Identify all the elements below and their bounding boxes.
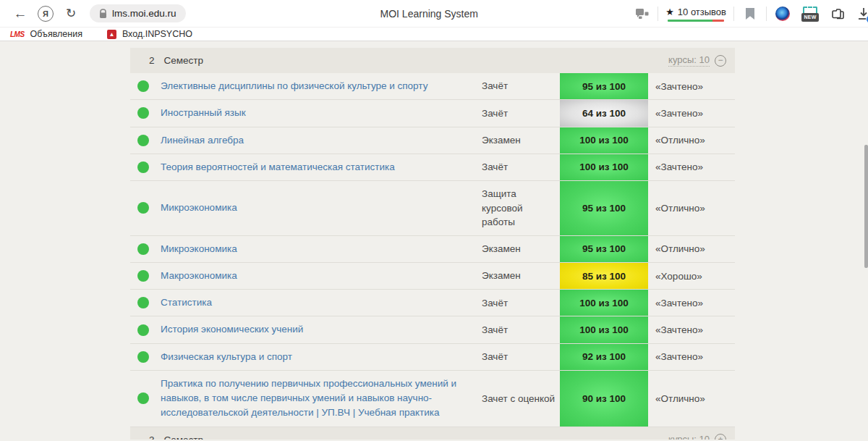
page-title: MOI Learning System bbox=[380, 8, 478, 20]
course-link[interactable]: Статистика bbox=[161, 295, 212, 310]
assessment-type: Экзамен bbox=[482, 263, 560, 289]
course-row: Практика по получению первичных професси… bbox=[130, 371, 735, 427]
score-badge: 95 из 100 bbox=[560, 236, 648, 262]
course-rows: Элективные дисциплины по физической куль… bbox=[130, 73, 735, 427]
scrollbar-thumb[interactable] bbox=[864, 145, 868, 268]
assessment-type: Зачёт bbox=[482, 73, 560, 99]
semester-2-header: 2 Семестр курсы: 10 − bbox=[130, 48, 735, 73]
course-link[interactable]: Линейная алгебра bbox=[161, 133, 244, 148]
grade-text: «Зачтено» bbox=[648, 344, 735, 370]
course-status-dot bbox=[137, 202, 149, 214]
lock-icon bbox=[99, 9, 107, 19]
course-row: История экономических учений Зачёт 100 и… bbox=[130, 316, 735, 343]
status-cell bbox=[130, 73, 161, 99]
course-status-dot bbox=[137, 80, 149, 92]
course-row: Линейная алгебра Экзамен 100 из 100 «Отл… bbox=[130, 127, 735, 154]
protect-icon[interactable] bbox=[633, 5, 650, 22]
browser-toolbar: ← Я ↻ lms.moi.edu.ru MOI Learning System… bbox=[0, 0, 868, 28]
course-link[interactable]: Физическая культура и спорт bbox=[161, 350, 292, 364]
course-status-dot bbox=[137, 270, 149, 282]
course-status-dot bbox=[137, 351, 149, 363]
bookmark-item-announcements[interactable]: LMS Объявления bbox=[10, 29, 82, 39]
score-badge: 100 из 100 bbox=[560, 316, 648, 343]
bookmark-item-inpsycho[interactable]: ▲ Вход.INPSYCHO bbox=[107, 29, 192, 39]
status-cell bbox=[130, 100, 161, 126]
assessment-type: Зачёт bbox=[482, 100, 560, 126]
status-cell bbox=[130, 127, 161, 154]
assessment-type: Зачёт bbox=[482, 154, 560, 180]
course-link[interactable]: Микроэкономика bbox=[161, 242, 237, 256]
toolbar-separator bbox=[766, 7, 767, 21]
grade-text: «Отлично» bbox=[648, 371, 735, 427]
lms-page: 2 Семестр курсы: 10 − Элективные дисципл… bbox=[0, 41, 868, 440]
course-status-dot bbox=[137, 243, 149, 255]
bookmark-icon[interactable] bbox=[741, 5, 759, 22]
score-badge: 100 из 100 bbox=[560, 154, 648, 180]
score-badge: 95 из 100 bbox=[560, 73, 648, 99]
semester-3-header: 3 Семестр курсы: 10 + bbox=[130, 427, 735, 440]
grade-text: «Отлично» bbox=[648, 127, 735, 154]
score-badge: 100 из 100 bbox=[560, 127, 648, 154]
back-icon[interactable]: ← bbox=[12, 6, 29, 22]
expand-icon[interactable]: + bbox=[715, 434, 726, 440]
course-link[interactable]: Микроэкономика bbox=[161, 201, 237, 215]
lms-favicon: LMS bbox=[10, 30, 25, 38]
grade-text: «Зачтено» bbox=[648, 154, 735, 180]
toolbar-right-icons: ★ 10 отзывов NEW 2 bbox=[633, 0, 868, 28]
extension-browser-icon[interactable] bbox=[774, 5, 791, 22]
yandex-home-icon[interactable]: Я bbox=[38, 6, 54, 22]
course-link[interactable]: Элективные дисциплины по физической куль… bbox=[161, 79, 427, 93]
course-link[interactable]: Теория вероятностей и математическая ста… bbox=[161, 160, 395, 175]
course-row: Элективные дисциплины по физической куль… bbox=[130, 73, 735, 100]
grade-text: «Хорошо» bbox=[648, 263, 735, 289]
course-link[interactable]: Макроэкономика bbox=[161, 269, 237, 283]
score-badge: 92 из 100 bbox=[560, 344, 648, 370]
grade-text: «Зачтено» bbox=[648, 100, 735, 126]
gradebook-table: 2 Семестр курсы: 10 − Элективные дисципл… bbox=[130, 48, 735, 440]
semester-2-courses-toggle[interactable]: курсы: 10 − bbox=[668, 54, 726, 67]
toolbar-separator bbox=[658, 7, 658, 21]
grade-text: «Зачтено» bbox=[648, 290, 735, 316]
semester-3-courses-toggle[interactable]: курсы: 10 + bbox=[668, 434, 726, 440]
status-cell bbox=[130, 344, 161, 370]
course-row: Теория вероятностей и математическая ста… bbox=[130, 154, 735, 181]
assessment-type: Экзамен bbox=[482, 127, 560, 154]
refresh-icon[interactable]: ↻ bbox=[62, 6, 80, 21]
course-link[interactable]: Иностранный язык bbox=[161, 106, 246, 120]
rating-text: 10 отзывов bbox=[678, 7, 726, 17]
course-row: Статистика Зачёт 100 из 100 «Зачтено» bbox=[130, 290, 735, 316]
status-cell bbox=[130, 236, 161, 262]
score-badge: 100 из 100 bbox=[560, 290, 648, 316]
address-bar[interactable]: lms.moi.edu.ru bbox=[90, 4, 186, 22]
course-status-dot bbox=[137, 107, 149, 119]
status-cell bbox=[130, 290, 161, 316]
url-text: lms.moi.edu.ru bbox=[112, 8, 176, 19]
rating-bar bbox=[668, 20, 724, 22]
assessment-type: Экзамен bbox=[482, 236, 560, 262]
star-icon: ★ bbox=[665, 7, 674, 17]
course-status-dot bbox=[137, 161, 149, 173]
grade-text: «Зачтено» bbox=[648, 316, 735, 343]
score-badge: 95 из 100 bbox=[560, 181, 648, 235]
collapse-icon[interactable]: − bbox=[715, 55, 726, 67]
course-link[interactable]: История экономических учений bbox=[161, 322, 303, 337]
course-link[interactable]: Практика по получению первичных професси… bbox=[161, 377, 472, 421]
toolbar-separator bbox=[733, 7, 734, 21]
assessment-type: Зачет с оценкой bbox=[482, 371, 560, 427]
score-badge: 90 из 100 bbox=[560, 371, 648, 427]
grade-text: «Зачтено» bbox=[648, 73, 735, 99]
assessment-type: Зачёт bbox=[482, 316, 560, 343]
status-cell bbox=[130, 154, 161, 180]
new-extension-icon[interactable]: NEW bbox=[801, 5, 819, 22]
course-status-dot bbox=[137, 392, 149, 404]
collections-icon[interactable] bbox=[829, 5, 846, 22]
score-badge: 64 из 100 bbox=[560, 100, 648, 126]
site-rating[interactable]: ★ 10 отзывов bbox=[665, 7, 726, 22]
course-row: Микроэкономика Защита курсовой работы 95… bbox=[130, 181, 735, 236]
score-badge: 85 из 100 bbox=[560, 263, 648, 289]
course-row: Микроэкономика Экзамен 95 из 100 «Отличн… bbox=[130, 236, 735, 263]
downloads-icon[interactable]: 2 bbox=[855, 5, 868, 22]
status-cell bbox=[130, 263, 161, 289]
status-cell bbox=[130, 181, 161, 235]
course-row: Иностранный язык Зачёт 64 из 100 «Зачтен… bbox=[130, 100, 735, 127]
